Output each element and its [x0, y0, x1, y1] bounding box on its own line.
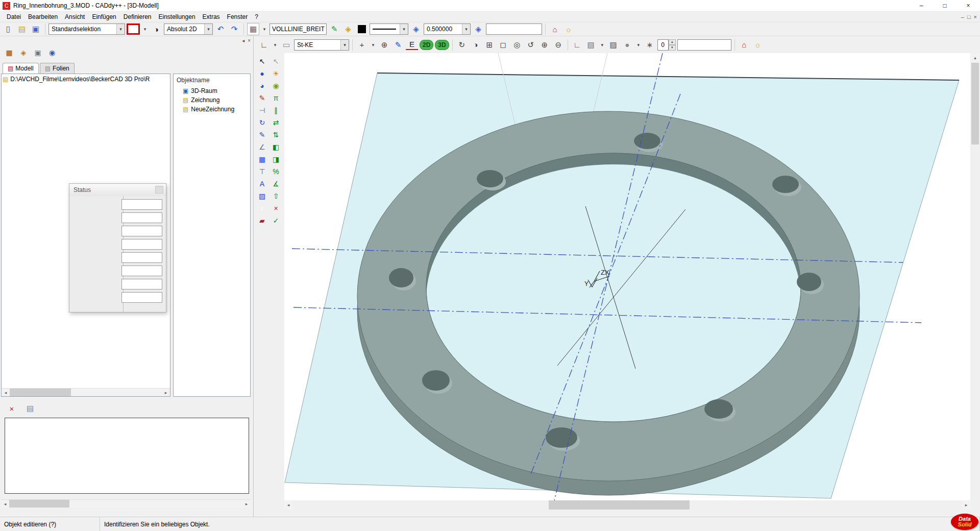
solid-box-icon[interactable]: ▧	[585, 39, 597, 51]
text-tool-icon[interactable]: A	[256, 178, 268, 189]
spin-down-icon[interactable]: ▾	[669, 45, 676, 51]
view-3d-button[interactable]: 3D	[435, 40, 449, 50]
star-points-icon[interactable]: ∗	[644, 39, 656, 51]
team-icon[interactable]: ◉	[47, 47, 57, 58]
tab-folien[interactable]: ▤ Folien	[40, 63, 75, 74]
menu-item[interactable]: Bearbeiten	[24, 12, 61, 21]
check-tool-icon[interactable]: ✓	[270, 215, 282, 226]
scrollbar-thumb[interactable]	[971, 63, 979, 144]
undo-icon[interactable]: ↶	[214, 23, 227, 35]
chevron-down-icon[interactable]: ▾	[272, 39, 279, 51]
scroll-left-icon[interactable]: ◂	[2, 389, 10, 396]
zoom-window-icon[interactable]: ◻	[497, 39, 509, 51]
pi-tool-icon[interactable]: π	[270, 92, 282, 104]
shaded-view-icon[interactable]: ◑	[470, 39, 482, 51]
zoom-out-icon[interactable]: ⊖	[552, 39, 565, 51]
mdi-minimize-button[interactable]: –	[961, 14, 964, 20]
message-output-box[interactable]	[5, 418, 249, 494]
status-dialog[interactable]: Status	[69, 183, 166, 312]
selection-color-button[interactable]	[127, 23, 140, 35]
pan-icon[interactable]: ⊞	[483, 39, 496, 51]
count-spinner[interactable]: 0 ▴ ▾	[657, 39, 676, 51]
panel-close-icon[interactable]: ×	[248, 38, 251, 43]
chevron-down-icon[interactable]: ▾	[204, 24, 212, 34]
status-value-field[interactable]	[121, 266, 162, 276]
current-color-swatch[interactable]	[356, 23, 368, 35]
panel-dock-icon[interactable]: ◂	[242, 38, 244, 43]
hatch-pattern-icon[interactable]: ▨	[607, 39, 620, 51]
menu-item[interactable]: Einfügen	[88, 12, 119, 21]
object-3d-raum[interactable]: ▣ 3D-Raum	[174, 86, 250, 95]
new-file-icon[interactable]: ▯	[2, 23, 14, 35]
scroll-right-icon[interactable]: ▸	[242, 500, 251, 508]
delete-icon[interactable]: ×	[6, 403, 17, 414]
pencil-red-icon[interactable]: ✎	[256, 92, 268, 104]
scrollbar-thumb[interactable]	[549, 500, 690, 510]
layers-blue-icon[interactable]: ◈	[410, 23, 422, 35]
tab-modell[interactable]: ▤ Modell	[3, 63, 39, 74]
menu-item[interactable]: Einstellungen	[155, 12, 199, 21]
render-sphere-icon[interactable]: ●	[621, 39, 633, 51]
half-left-icon[interactable]: ◧	[270, 141, 282, 153]
element-e-icon[interactable]: E	[406, 40, 418, 50]
scroll-right-icon[interactable]: ▸	[162, 389, 170, 396]
menu-item[interactable]: Ansicht	[61, 12, 88, 21]
gear-green-icon[interactable]: ◉	[270, 80, 282, 91]
menu-item[interactable]: Datei	[3, 12, 24, 21]
objects-tree[interactable]: Objektname ▣ 3D-Raum ▤ Zeichnung ▤ Neue	[173, 74, 251, 397]
status-value-field[interactable]	[121, 199, 162, 210]
bulb-icon[interactable]: ☼	[562, 23, 575, 35]
delete-tool-icon[interactable]: ×	[270, 203, 282, 214]
select-arrow-icon[interactable]: ↖	[256, 56, 268, 67]
status-value-field[interactable]	[121, 226, 162, 236]
sphere-shaded-icon[interactable]: ◕	[256, 80, 268, 91]
bulb-view-icon[interactable]: ☼	[752, 39, 764, 51]
grid-settings-icon[interactable]: ▦	[247, 23, 259, 35]
scroll-left-icon[interactable]: ◂	[1, 500, 9, 508]
chevron-down-icon[interactable]: ▾	[599, 39, 606, 51]
scroll-up-icon[interactable]: ▴	[970, 53, 980, 62]
chevron-down-icon[interactable]: ▾	[370, 39, 377, 51]
snap-cross-icon[interactable]: +	[356, 39, 368, 51]
close-button[interactable]: ×	[957, 0, 980, 11]
mdi-restore-button[interactable]: □	[967, 14, 971, 20]
chevron-down-icon[interactable]: ▾	[116, 24, 125, 34]
workplane-combo[interactable]: St-KE ▾	[294, 39, 349, 51]
pen-layers-icon[interactable]: ✎	[328, 23, 340, 35]
zoom-previous-icon[interactable]: ↺	[525, 39, 537, 51]
layers-gold-icon[interactable]: ◈	[342, 23, 354, 35]
object-zeichnung[interactable]: ▤ Zeichnung	[174, 95, 250, 105]
spin-up-icon[interactable]: ▴	[669, 39, 676, 45]
linewidth-combo[interactable]: 0.500000 ▾	[424, 23, 471, 35]
sun-orange-icon[interactable]: ☀	[270, 68, 282, 79]
linestyle-combo[interactable]: ▾	[370, 23, 408, 35]
maximize-button[interactable]: □	[933, 0, 957, 11]
status-close-button[interactable]	[155, 186, 163, 194]
linetype-input[interactable]: VOLLLINIE_BREIT	[270, 23, 327, 35]
chevron-down-icon[interactable]: ▾	[141, 23, 149, 35]
menu-item[interactable]: Extras	[199, 12, 224, 21]
home-icon[interactable]: ⌂	[549, 23, 561, 35]
status-value-field[interactable]	[121, 212, 162, 223]
viewport-hscrollbar[interactable]: ◂ ▸	[284, 500, 970, 510]
save-file-icon[interactable]: ▣	[30, 23, 42, 35]
mdi-close-button[interactable]: ×	[974, 14, 977, 20]
percent-tool-icon[interactable]: %	[270, 166, 282, 177]
pencil-blue-icon[interactable]: ✎	[256, 129, 268, 140]
rotate-tool-icon[interactable]: ↻	[256, 117, 268, 128]
angle-tool-icon[interactable]: ∡	[270, 178, 282, 189]
eraser-tool-icon[interactable]: ▰	[256, 215, 268, 226]
panel-scrollbar[interactable]: ◂ ▸	[1, 499, 251, 508]
cursor-outline-icon[interactable]: ↖	[270, 56, 282, 67]
viewport-vscrollbar[interactable]: ▴	[970, 53, 980, 500]
rotate-view-icon[interactable]: ↻	[456, 39, 468, 51]
status-value-field[interactable]	[121, 239, 162, 250]
model-viewport[interactable]: ZX Y	[284, 53, 970, 500]
status-value-field[interactable]	[121, 279, 162, 289]
tree-scrollbar[interactable]: ◂ ▸	[2, 388, 170, 396]
grid-pointer-icon[interactable]: ▦	[256, 154, 268, 165]
hand-icon[interactable]: ◈	[18, 47, 29, 58]
menu-item[interactable]: ?	[251, 12, 262, 21]
coordinate-mode-combo[interactable]: Absolut 2D ▾	[164, 23, 213, 35]
tsquare-tool-icon[interactable]: ⊤	[256, 166, 268, 177]
